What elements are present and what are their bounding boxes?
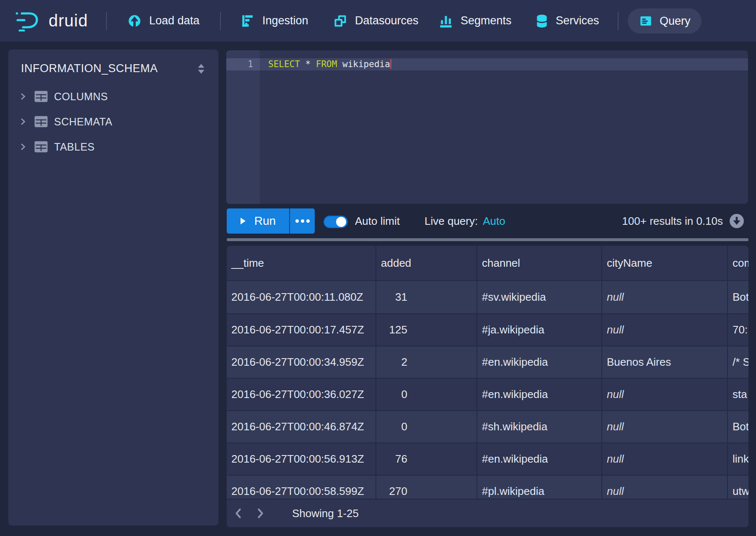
cell-channel[interactable]: #en.wikipedia: [477, 443, 602, 475]
nav-separator: [220, 12, 221, 30]
live-query-control[interactable]: Live query: Auto: [425, 208, 505, 234]
table-row[interactable]: 2016-06-27T00:00:46.874Z 0 #sh.wikipedia…: [227, 410, 748, 442]
cell-comment[interactable]: Bot: [728, 411, 748, 442]
top-nav: druid Load data Ingestion: [0, 0, 756, 42]
cell-cityname[interactable]: null: [602, 443, 728, 475]
cell-time[interactable]: 2016-06-27T00:00:17.457Z: [227, 314, 376, 346]
column-header-channel[interactable]: channel: [477, 246, 602, 280]
datasources-icon: [333, 14, 347, 28]
cell-time[interactable]: 2016-06-27T00:00:56.913Z: [227, 443, 376, 475]
cell-added[interactable]: 125: [376, 314, 477, 346]
schema-selector[interactable]: INFORMATION_SCHEMA: [8, 49, 218, 85]
druid-console: { "nav": { "brand": "druid", "items": [ …: [0, 0, 756, 536]
cell-channel[interactable]: #en.wikipedia: [477, 346, 602, 378]
query-icon: [639, 14, 653, 28]
live-query-value[interactable]: Auto: [483, 215, 505, 228]
cell-channel[interactable]: #sh.wikipedia: [477, 411, 602, 442]
cell-time[interactable]: 2016-06-27T00:00:11.080Z: [227, 281, 376, 313]
nav-separator: [106, 12, 107, 30]
tree-item-tables[interactable]: TABLES: [8, 134, 218, 159]
toggle-knob: [336, 217, 346, 227]
cell-comment[interactable]: sta: [728, 379, 748, 410]
cell-added[interactable]: 31: [376, 281, 477, 313]
sql-table-name: wikipedia: [337, 59, 390, 69]
run-split-button: Run: [227, 208, 315, 234]
double-caret-icon[interactable]: [196, 63, 207, 75]
cell-channel[interactable]: #ja.wikipedia: [477, 314, 602, 346]
segments-icon: [439, 14, 453, 28]
auto-limit-label: Auto limit: [355, 208, 400, 234]
cell-time[interactable]: 2016-06-27T00:00:46.874Z: [227, 411, 376, 442]
cell-added[interactable]: 0: [376, 411, 477, 442]
table-row[interactable]: 2016-06-27T00:00:36.027Z 0 #en.wikipedia…: [227, 378, 748, 410]
more-dots-icon: [295, 219, 299, 223]
play-icon: [240, 217, 246, 225]
upload-icon: [127, 14, 142, 28]
cell-cityname[interactable]: null: [602, 379, 728, 410]
cell-time[interactable]: 2016-06-27T00:00:36.027Z: [227, 379, 376, 410]
cell-comment[interactable]: link: [728, 443, 748, 475]
services-icon: [536, 14, 548, 28]
chevron-right-icon[interactable]: [19, 92, 27, 101]
sql-plain: *: [300, 59, 316, 69]
tree-item-schemata[interactable]: SCHEMATA: [8, 109, 218, 134]
prev-page-button[interactable]: [229, 504, 248, 523]
cell-cityname[interactable]: null: [602, 314, 728, 346]
table-icon: [34, 115, 48, 128]
cell-cityname[interactable]: null: [602, 281, 728, 313]
download-icon[interactable]: [729, 213, 744, 229]
table-row[interactable]: 2016-06-27T00:00:17.457Z 125 #ja.wikiped…: [227, 313, 748, 346]
column-header-time[interactable]: __time: [227, 246, 376, 280]
text-cursor: [390, 59, 391, 69]
cell-channel[interactable]: #en.wikipedia: [477, 379, 602, 410]
chevron-right-icon[interactable]: [19, 117, 27, 126]
run-more-button[interactable]: [289, 208, 315, 234]
cell-added[interactable]: 76: [376, 443, 477, 475]
schema-title: INFORMATION_SCHEMA: [21, 62, 158, 75]
schema-tree: COLUMNS SCHEMATA: [8, 84, 218, 159]
chevron-right-icon[interactable]: [19, 143, 27, 151]
brand-wordmark: druid: [49, 11, 88, 30]
nav-item-load-data[interactable]: Load data: [127, 0, 199, 42]
sql-keyword: SELECT: [268, 59, 300, 69]
cell-cityname[interactable]: null: [602, 411, 728, 442]
tree-item-columns[interactable]: COLUMNS: [8, 84, 218, 109]
cell-added[interactable]: 2: [376, 346, 477, 378]
schema-sidebar: INFORMATION_SCHEMA COLUMNS: [8, 49, 218, 526]
cell-comment[interactable]: /* S: [728, 346, 748, 378]
next-page-button[interactable]: [251, 504, 269, 523]
line-number: 1: [226, 58, 253, 70]
table-icon: [34, 90, 48, 103]
column-header-cityname[interactable]: cityName: [602, 246, 728, 280]
druid-logo[interactable]: druid: [15, 0, 88, 42]
cell-channel[interactable]: #sv.wikipedia: [477, 281, 602, 313]
cell-comment[interactable]: Bot: [728, 281, 748, 313]
nav-item-query-active[interactable]: Query: [628, 8, 702, 34]
cell-cityname[interactable]: Buenos Aires: [602, 346, 728, 378]
cell-added[interactable]: 0: [376, 379, 477, 410]
column-header-comment[interactable]: comment: [728, 246, 748, 280]
results-info: 100+ results in 0.10s: [622, 208, 744, 234]
nav-item-datasources[interactable]: Datasources: [333, 0, 419, 42]
nav-item-ingestion[interactable]: Ingestion: [241, 0, 308, 42]
nav-item-segments[interactable]: Segments: [439, 0, 512, 42]
sql-text[interactable]: SELECT * FROM wikipedia: [268, 58, 391, 70]
panel-resize-handle[interactable]: [227, 238, 748, 241]
column-header-added[interactable]: added: [376, 246, 477, 280]
table-row[interactable]: 2016-06-27T00:00:34.959Z 2 #en.wikipedia…: [227, 346, 748, 378]
editor-gutter: [226, 50, 260, 204]
nav-separator: [618, 12, 619, 30]
run-button[interactable]: Run: [227, 208, 289, 234]
table-row[interactable]: 2016-06-27T00:00:56.913Z 76 #en.wikipedi…: [227, 442, 748, 475]
table-row[interactable]: 2016-06-27T00:00:11.080Z 31 #sv.wikipedi…: [227, 281, 748, 313]
results-table: __time added channel cityName comment 20…: [227, 246, 748, 527]
cell-time[interactable]: 2016-06-27T00:00:34.959Z: [227, 346, 376, 378]
results-header-row: __time added channel cityName comment: [227, 246, 748, 281]
sql-keyword: FROM: [316, 59, 337, 69]
pagination-status: Showing 1-25: [292, 507, 359, 520]
sql-editor[interactable]: 1 SELECT * FROM wikipedia: [226, 50, 748, 204]
results-footer: Showing 1-25: [227, 499, 748, 527]
cell-comment[interactable]: 70:: [728, 314, 748, 346]
nav-item-services[interactable]: Services: [536, 0, 599, 42]
auto-limit-toggle[interactable]: [324, 216, 348, 228]
